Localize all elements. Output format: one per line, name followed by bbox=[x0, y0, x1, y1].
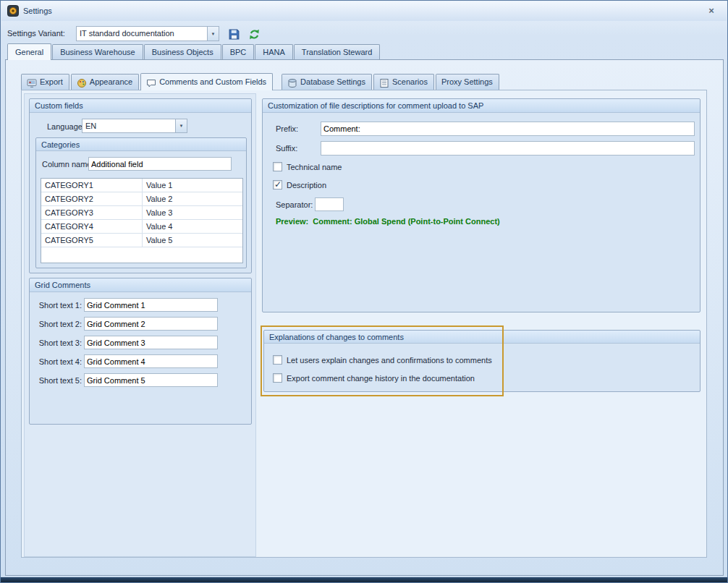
highlight-annotation bbox=[261, 325, 504, 396]
short-text-1-label: Short text 1: bbox=[33, 301, 82, 310]
tab-comments-label: Comments and Custom Fields bbox=[159, 77, 266, 86]
preview-value: Comment: Global Spend (Point-to-Point Co… bbox=[313, 217, 499, 226]
short-text-2-label: Short text 2: bbox=[33, 320, 82, 328]
suffix-label: Suffix: bbox=[276, 144, 297, 153]
tab-translation-steward[interactable]: Translation Steward bbox=[294, 44, 380, 59]
categories-table[interactable]: CATEGORY1 Value 1 CATEGORY2 Value 2 CATE… bbox=[41, 178, 243, 263]
database-icon bbox=[287, 78, 297, 88]
customization-title: Customization of file descriptions for c… bbox=[263, 99, 700, 113]
preview-label: Preview: bbox=[276, 217, 308, 226]
short-text-5-input[interactable] bbox=[84, 373, 218, 387]
value-cell[interactable]: Value 5 bbox=[143, 234, 242, 247]
value-cell[interactable]: Value 4 bbox=[143, 220, 242, 233]
category-cell[interactable]: CATEGORY2 bbox=[41, 192, 143, 205]
short-text-5-label: Short text 5: bbox=[33, 376, 82, 385]
prefix-input[interactable] bbox=[321, 122, 695, 136]
tab-export[interactable]: Export bbox=[21, 74, 69, 90]
category-cell[interactable]: CATEGORY1 bbox=[41, 179, 143, 192]
language-value: EN bbox=[82, 119, 175, 132]
tab-hana[interactable]: HANA bbox=[255, 44, 293, 59]
description-checkbox[interactable] bbox=[273, 180, 282, 190]
prefix-label: Prefix: bbox=[276, 124, 298, 133]
language-combobox[interactable]: EN ▼ bbox=[82, 119, 187, 133]
categories-title: Categories bbox=[36, 138, 246, 151]
refresh-icon bbox=[248, 28, 261, 41]
custom-fields-title: Custom fields bbox=[30, 99, 251, 113]
short-text-4-label: Short text 4: bbox=[33, 357, 82, 366]
value-cell[interactable]: Value 1 bbox=[143, 179, 242, 192]
export-icon bbox=[27, 78, 37, 88]
settings-variant-combobox[interactable]: IT standard documentation ▼ bbox=[76, 26, 219, 41]
refresh-button[interactable] bbox=[247, 27, 262, 42]
tab-bpc[interactable]: BPC bbox=[222, 44, 255, 59]
preview-line: Preview:Comment: Global Spend (Point-to-… bbox=[276, 217, 500, 226]
custom-fields-group: Custom fields Language EN ▼ Categories C… bbox=[29, 98, 252, 273]
titlebar: Settings × bbox=[1, 1, 727, 21]
column-name-label: Column name: bbox=[42, 160, 94, 169]
chevron-down-icon[interactable]: ▼ bbox=[207, 27, 219, 41]
tab-appearance-label: Appearance bbox=[90, 77, 132, 86]
tab-database-settings-label: Database Settings bbox=[300, 77, 365, 86]
window-title: Settings bbox=[23, 7, 52, 15]
column-name-input[interactable] bbox=[88, 157, 232, 171]
palette-icon bbox=[77, 78, 87, 88]
settings-variant-value: IT standard documentation bbox=[77, 27, 207, 41]
window-bottom-border bbox=[1, 577, 727, 582]
technical-name-label: Technical name bbox=[287, 163, 342, 171]
short-text-1-input[interactable] bbox=[84, 298, 218, 312]
close-icon[interactable]: × bbox=[705, 4, 718, 17]
settings-variant-label: Settings Variant: bbox=[7, 29, 65, 38]
grid-comments-group: Grid Comments Short text 1: Short text 2… bbox=[29, 278, 252, 425]
table-row: CATEGORY4 Value 4 bbox=[41, 220, 242, 234]
description-label: Description bbox=[287, 181, 326, 190]
tab-business-objects[interactable]: Business Objects bbox=[144, 44, 221, 59]
value-cell[interactable]: Value 3 bbox=[143, 206, 242, 219]
customization-group: Customization of file descriptions for c… bbox=[262, 98, 701, 312]
tab-comments-and-custom-fields[interactable]: Comments and Custom Fields bbox=[140, 73, 273, 90]
save-icon bbox=[228, 28, 240, 41]
app-gear-icon bbox=[7, 5, 19, 17]
tab-export-label: Export bbox=[40, 77, 63, 86]
technical-name-checkbox[interactable] bbox=[273, 162, 282, 171]
table-row: CATEGORY1 Value 1 bbox=[41, 179, 242, 192]
short-text-3-label: Short text 3: bbox=[33, 339, 82, 347]
suffix-input[interactable] bbox=[321, 141, 695, 156]
comments-tab-page: Custom fields Language EN ▼ Categories C… bbox=[21, 90, 707, 558]
category-cell[interactable]: CATEGORY3 bbox=[41, 206, 143, 219]
separator-label: Separator: bbox=[276, 200, 313, 209]
sub-tab-strip: Export Appearance Comments and Custom Fi… bbox=[21, 74, 499, 90]
settings-window: Settings × Settings Variant: IT standard… bbox=[0, 0, 728, 583]
tab-proxy-settings-label: Proxy Settings bbox=[441, 77, 493, 86]
grid-comments-title: Grid Comments bbox=[30, 278, 251, 292]
save-button[interactable] bbox=[227, 27, 242, 42]
main-tab-strip: General Business Warehouse Business Obje… bbox=[7, 44, 380, 60]
tab-appearance[interactable]: Appearance bbox=[71, 74, 139, 90]
value-cell[interactable]: Value 2 bbox=[143, 192, 242, 205]
table-row: CATEGORY3 Value 3 bbox=[41, 206, 242, 220]
tab-proxy-settings[interactable]: Proxy Settings bbox=[436, 74, 499, 90]
tab-database-settings[interactable]: Database Settings bbox=[282, 74, 372, 90]
separator-input[interactable] bbox=[315, 197, 344, 211]
categories-group: Categories Column name: CATEGORY1 Value … bbox=[35, 137, 247, 268]
speech-bubble-icon bbox=[146, 78, 156, 88]
language-label: Language bbox=[47, 122, 82, 131]
short-text-2-input[interactable] bbox=[84, 317, 218, 331]
category-cell[interactable]: CATEGORY4 bbox=[41, 220, 143, 233]
short-text-4-input[interactable] bbox=[84, 354, 218, 368]
list-page-icon bbox=[379, 78, 389, 88]
tab-scenarios-label: Scenarios bbox=[392, 77, 428, 86]
short-text-3-input[interactable] bbox=[84, 336, 218, 349]
table-row: CATEGORY2 Value 2 bbox=[41, 192, 242, 206]
category-cell[interactable]: CATEGORY5 bbox=[41, 234, 143, 247]
tab-scenarios[interactable]: Scenarios bbox=[373, 74, 434, 90]
chevron-down-icon[interactable]: ▼ bbox=[175, 119, 187, 132]
table-row: CATEGORY5 Value 5 bbox=[41, 234, 242, 247]
tab-general[interactable]: General bbox=[7, 43, 51, 60]
tab-business-warehouse[interactable]: Business Warehouse bbox=[52, 44, 143, 59]
